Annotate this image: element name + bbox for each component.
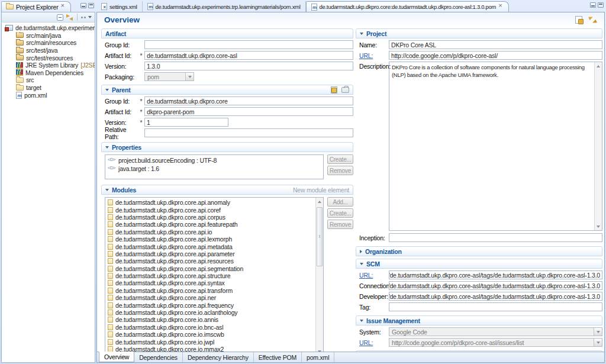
artifact-artifact-id-input[interactable]: de.tudarmstadt.ukp.dkpro.core-asl <box>144 51 353 60</box>
parent-artifact-id-input[interactable]: dkpro-parent-pom <box>144 107 353 116</box>
section-issue-management-header[interactable]: Issue Management <box>356 315 602 326</box>
scm-connection-input[interactable]: ecode.com/svn/de.tudarmstadt.ukp.dkpro.c… <box>389 281 602 290</box>
artifact-group-id-input[interactable] <box>144 40 353 49</box>
close-view-icon[interactable] <box>61 4 66 9</box>
scroll-up-icon[interactable] <box>316 198 323 205</box>
page-tab-dependencies[interactable]: Dependencies <box>134 352 183 362</box>
minimize-editor-icon[interactable] <box>590 2 596 8</box>
module-item[interactable]: de.tudarmstadt.ukp.dkpro.core.io.aclanth… <box>105 309 315 316</box>
module-item[interactable]: de.tudarmstadt.ukp.dkpro.core.api.transf… <box>105 287 315 294</box>
module-item[interactable]: de.tudarmstadt.ukp.dkpro.core.api.io <box>105 228 315 236</box>
link-with-editor-icon[interactable] <box>66 14 73 21</box>
modules-create-button[interactable]: Create... <box>327 208 353 218</box>
module-item[interactable]: de.tudarmstadt.ukp.dkpro.core.api.corpus <box>105 214 315 221</box>
collapse-twistie-icon[interactable] <box>105 146 109 149</box>
tree-item[interactable]: target <box>2 84 95 92</box>
url-link-label[interactable]: URL: <box>359 272 389 279</box>
properties-create-button[interactable]: Create... <box>327 154 353 164</box>
module-item[interactable]: de.tudarmstadt.ukp.dkpro.core.api.segmen… <box>105 265 315 272</box>
editor-tab-dkpro-core-pom[interactable]: de.tudarmstadt.ukp.dkpro.core:de.tudarms… <box>306 1 510 12</box>
project-inception-input[interactable] <box>389 233 602 242</box>
parent-group-id-input[interactable]: de.tudarmstadt.ukp.dkpro.core <box>144 96 353 105</box>
module-item[interactable]: de.tudarmstadt.ukp.dkpro.core.api.featur… <box>105 221 315 228</box>
module-item[interactable]: de.tudarmstadt.ukp.dkpro.core.io.imscwb <box>105 331 315 338</box>
page-tab-dependency-hierarchy[interactable]: Dependency Hierarchy <box>183 352 254 362</box>
module-item[interactable]: de.tudarmstadt.ukp.dkpro.core.api.parame… <box>105 250 315 257</box>
properties-remove-button[interactable]: Remove <box>327 166 353 175</box>
url-link-label[interactable]: URL: <box>359 339 389 346</box>
property-item[interactable]: project.build.sourceEncoding : UTF-8 <box>105 156 323 165</box>
module-item[interactable]: de.tudarmstadt.ukp.dkpro.core.api.struct… <box>105 272 315 279</box>
maximize-view-icon[interactable] <box>88 3 94 8</box>
scroll-down-icon[interactable] <box>595 223 602 230</box>
module-item[interactable]: de.tudarmstadt.ukp.dkpro.core.api.metada… <box>105 243 315 250</box>
modules-add-button[interactable]: Add... <box>327 197 353 207</box>
issue-system-combo[interactable]: Google Code <box>389 327 602 336</box>
section-organization-header[interactable]: Organization <box>356 246 602 256</box>
module-item[interactable]: de.tudarmstadt.ukp.dkpro.core.api.anomal… <box>105 199 315 206</box>
maximize-editor-icon[interactable] <box>598 2 604 8</box>
properties-list[interactable]: project.build.sourceEncoding : UTF-8 jav… <box>105 154 324 179</box>
module-item[interactable]: de.tudarmstadt.ukp.dkpro.core.io.jwpl <box>105 338 315 345</box>
page-tab-overview[interactable]: Overview <box>99 352 134 362</box>
project-url-input[interactable]: http://code.google.com/p/dkpro-core-asl/ <box>389 51 602 60</box>
module-item[interactable]: de.tudarmstadt.ukp.dkpro.core.api.ner <box>105 294 315 301</box>
collapse-twistie-icon[interactable] <box>360 33 363 35</box>
module-item[interactable]: de.tudarmstadt.ukp.dkpro.core.api.syntax <box>105 279 315 286</box>
section-project-header[interactable]: Project <box>356 28 602 38</box>
description-scrollbar[interactable] <box>594 62 602 230</box>
scm-url-input[interactable]: source/browse/de.tudarmstadt.ukp.dkpro.c… <box>389 270 602 279</box>
section-modules-header[interactable]: Modules New module element <box>101 185 353 195</box>
editor-tab-settings-xml[interactable]: settings.xml <box>96 1 143 12</box>
collapse-twistie-icon[interactable] <box>105 89 109 91</box>
page-tab-pom-xml[interactable]: pom.xml <box>302 352 334 362</box>
tab-project-explorer[interactable]: Project Explorer <box>1 1 71 12</box>
module-item[interactable]: de.tudarmstadt.ukp.dkpro.core.api.resour… <box>105 257 315 265</box>
tree-item[interactable]: src/test/java <box>2 47 95 54</box>
refresh-pom-icon[interactable] <box>588 16 597 24</box>
page-tab-effective-pom[interactable]: Effective POM <box>254 352 302 362</box>
view-menu-icon[interactable] <box>81 17 86 18</box>
scroll-up-icon[interactable] <box>595 62 602 70</box>
module-item[interactable]: de.tudarmstadt.ukp.dkpro.core.api.coref <box>105 206 315 213</box>
expand-twistie-icon[interactable] <box>360 250 362 253</box>
project-description-textarea[interactable]: DKPro Core is a collection of software c… <box>389 62 602 231</box>
tree-item[interactable]: src/main/java <box>2 32 95 40</box>
collapse-twistie-icon[interactable] <box>360 263 363 265</box>
scm-developer-input[interactable]: ecode.com/svn/de.tudarmstadt.ukp.dkpro.c… <box>389 292 602 301</box>
module-item[interactable]: de.tudarmstadt.ukp.dkpro.core.io.annis <box>105 316 315 323</box>
url-link-label[interactable]: URL: <box>359 52 389 59</box>
tree-item-project-root[interactable]: de.tudarmstadt.ukp.experiments.trp.le <box>2 24 95 32</box>
modules-scrollbar[interactable] <box>315 198 323 352</box>
collapse-twistie-icon[interactable] <box>360 320 363 322</box>
module-item[interactable]: de.tudarmstadt.ukp.dkpro.core.api.freque… <box>105 301 315 308</box>
minimize-view-icon[interactable] <box>80 3 86 8</box>
close-tab-icon[interactable] <box>498 4 504 9</box>
tree-item[interactable]: src/test/resources <box>2 54 95 62</box>
tree-item[interactable]: Maven Dependencies <box>2 69 95 77</box>
select-parent-icon[interactable] <box>341 87 349 93</box>
collapse-all-icon[interactable] <box>57 14 63 21</box>
modules-list[interactable]: de.tudarmstadt.ukp.dkpro.core.api.anomal… <box>105 197 324 352</box>
editor-tab-learningmaterials-pom[interactable]: de.tudarmstadt.ukp.experiments.trp.learn… <box>143 1 306 12</box>
collapse-twistie-icon[interactable] <box>105 189 109 191</box>
scroll-thumb[interactable] <box>317 207 323 266</box>
module-item[interactable]: de.tudarmstadt.ukp.dkpro.core.api.lexmor… <box>105 236 315 243</box>
scroll-down-icon[interactable] <box>316 347 323 352</box>
tree-item[interactable]: JRE System Library [J2SE-1.5] <box>2 62 95 69</box>
tree-item[interactable]: src <box>2 76 95 84</box>
project-name-input[interactable]: DKPro Core ASL <box>389 40 602 49</box>
modules-remove-button[interactable]: Remove <box>327 220 353 229</box>
open-parent-pom-icon[interactable] <box>331 86 337 94</box>
tree-item[interactable]: pom.xml <box>2 91 95 99</box>
section-properties-header[interactable]: Properties <box>101 142 353 152</box>
section-parent-header[interactable]: Parent <box>101 85 353 95</box>
issue-url-combo[interactable]: http://code.google.com/p/dkpro-core-asl/… <box>389 338 602 347</box>
tree-item[interactable]: src/main/resources <box>2 39 95 47</box>
module-item[interactable]: de.tudarmstadt.ukp.dkpro.core.io.mmax2 <box>105 346 315 352</box>
parent-version-input[interactable]: 1 <box>144 118 228 127</box>
view-menu-caret-icon[interactable] <box>88 16 92 18</box>
module-item[interactable]: de.tudarmstadt.ukp.dkpro.core.io.bnc-asl <box>105 324 315 331</box>
property-item[interactable]: java.target : 1.6 <box>105 165 323 173</box>
artifact-version-input[interactable]: 1.3.0 <box>144 62 353 70</box>
